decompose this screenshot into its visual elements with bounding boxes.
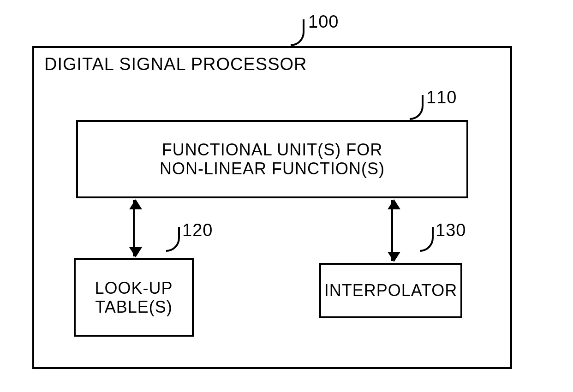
diagram-canvas: 100 DIGITAL SIGNAL PROCESSOR 110 FUNCTIO… [0, 0, 573, 392]
ref-label-110: 110 [426, 88, 457, 107]
leader-hook-100 [291, 19, 304, 46]
lookup-table-text-line2: TABLE(S) [95, 297, 172, 316]
outer-block-title: DIGITAL SIGNAL PROCESSOR [44, 54, 307, 75]
ref-label-120: 120 [182, 220, 213, 240]
block-interpolator: INTERPOLATOR [319, 263, 462, 318]
ref-label-100: 100 [308, 12, 339, 32]
interpolator-text: INTERPOLATOR [324, 281, 458, 300]
lookup-table-text-line1: LOOK-UP [95, 279, 173, 297]
block-lookup-tables: LOOK-UP TABLE(S) [74, 258, 194, 337]
block-functional-units: FUNCTIONAL UNIT(S) FOR NON-LINEAR FUNCTI… [76, 120, 468, 198]
connector-fu-to-interpolator [391, 200, 393, 261]
functional-unit-text-line1: FUNCTIONAL UNIT(S) FOR [162, 140, 383, 159]
connector-fu-to-lut [133, 200, 135, 256]
ref-label-130: 130 [436, 220, 466, 240]
functional-unit-text-line2: NON-LINEAR FUNCTION(S) [160, 159, 385, 178]
